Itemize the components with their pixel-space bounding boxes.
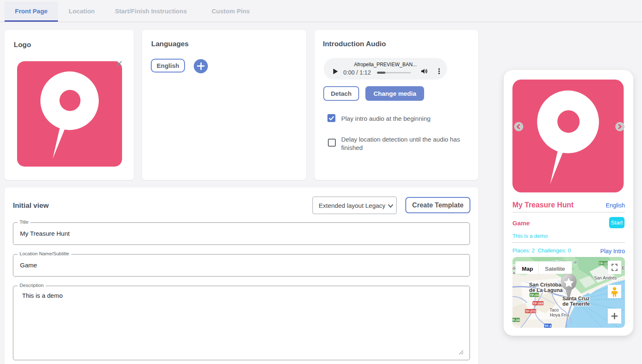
svg-text:Hoya Fría: Hoya Fría: [550, 312, 569, 317]
svg-text:TF-265: TF-265: [533, 302, 544, 305]
svg-text:Santa Cruz: Santa Cruz: [562, 296, 590, 302]
svg-text:Satellite: Satellite: [545, 266, 565, 272]
svg-text:al: al: [573, 259, 577, 265]
svg-text:de Tenerife: de Tenerife: [562, 301, 590, 307]
svg-text:Es: Es: [622, 266, 625, 270]
svg-text:de La Laguna: de La Laguna: [529, 287, 563, 293]
svg-text:San Cristóbal: San Cristóbal: [529, 282, 563, 288]
svg-text:TF-272: TF-272: [525, 309, 536, 313]
svg-text:TF-24: TF-24: [530, 293, 539, 297]
svg-text:TF-24: TF-24: [512, 318, 520, 322]
svg-text:TF-12: TF-12: [599, 262, 608, 265]
svg-text:Taco: Taco: [550, 307, 559, 312]
svg-text:TF-1: TF-1: [545, 324, 552, 328]
svg-text:Map: Map: [522, 266, 533, 272]
svg-text:a: a: [513, 270, 515, 275]
svg-text:San Andrés: San Andrés: [594, 275, 617, 280]
